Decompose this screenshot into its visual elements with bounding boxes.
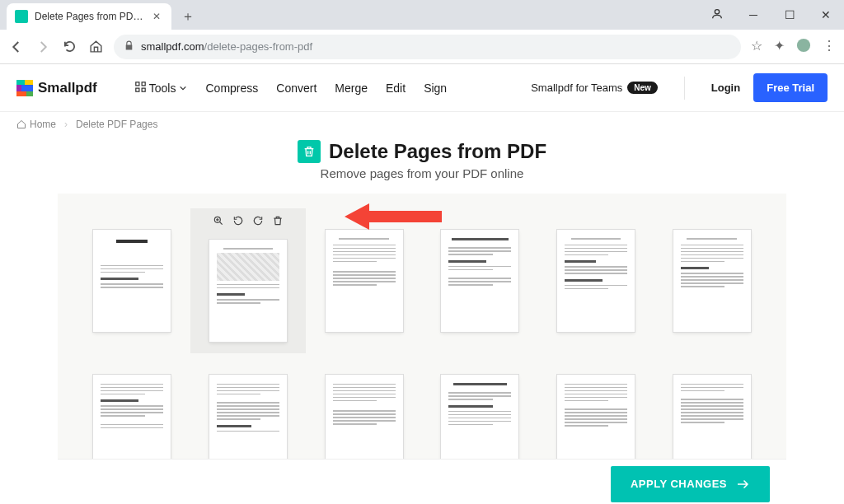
new-tab-button[interactable]: ＋ bbox=[176, 5, 199, 28]
menu-icon[interactable]: ⋮ bbox=[823, 38, 836, 56]
logo[interactable]: Smallpdf bbox=[16, 80, 97, 96]
lock-icon bbox=[124, 40, 134, 54]
chevron-down-icon bbox=[179, 82, 187, 95]
svg-rect-7 bbox=[16, 91, 26, 96]
nav-tools[interactable]: Tools bbox=[135, 82, 188, 95]
teams-label: Smallpdf for Teams bbox=[531, 82, 622, 94]
page-grid bbox=[74, 208, 770, 498]
tab-close-icon[interactable]: ✕ bbox=[150, 10, 163, 23]
trash-icon bbox=[298, 140, 321, 163]
rotate-right-icon[interactable] bbox=[252, 215, 264, 229]
breadcrumb-home[interactable]: Home bbox=[16, 119, 56, 130]
tab-bar: Delete Pages from PDF - Remov ✕ ＋ ─ ☐ ✕ bbox=[0, 0, 844, 30]
logo-text: Smallpdf bbox=[38, 80, 97, 96]
svg-rect-0 bbox=[15, 10, 28, 23]
star-icon[interactable]: ☆ bbox=[751, 38, 762, 56]
nav-convert[interactable]: Convert bbox=[276, 82, 316, 95]
title-section: Delete Pages from PDF Remove pages from … bbox=[0, 137, 844, 194]
svg-rect-4 bbox=[25, 80, 33, 85]
svg-point-2 bbox=[797, 38, 810, 51]
apply-bar: APPLY CHANGES bbox=[58, 459, 786, 504]
close-window-icon[interactable]: ✕ bbox=[814, 8, 837, 21]
svg-rect-12 bbox=[142, 88, 145, 91]
url-text: smallpdf.com/delete-pages-from-pdf bbox=[141, 40, 312, 53]
svg-rect-3 bbox=[16, 80, 25, 85]
page-thumbnail-3[interactable] bbox=[306, 208, 422, 353]
breadcrumb: Home › Delete PDF Pages bbox=[0, 112, 844, 137]
rotate-left-icon[interactable] bbox=[232, 215, 244, 229]
browser-tab[interactable]: Delete Pages from PDF - Remov ✕ bbox=[7, 3, 171, 30]
app-header: Smallpdf Tools Compress Convert Merge Ed… bbox=[0, 64, 844, 112]
zoom-icon[interactable] bbox=[213, 215, 224, 229]
svg-rect-10 bbox=[142, 82, 145, 85]
url-actions: ☆ ✦ ⋮ bbox=[751, 38, 836, 56]
nav-edit[interactable]: Edit bbox=[386, 82, 406, 95]
nav-merge[interactable]: Merge bbox=[335, 82, 368, 95]
breadcrumb-home-label: Home bbox=[30, 119, 56, 130]
logo-icon bbox=[16, 80, 33, 96]
nav-compress[interactable]: Compress bbox=[205, 82, 258, 95]
delete-page-icon[interactable] bbox=[272, 215, 284, 229]
arrow-right-icon bbox=[735, 477, 750, 492]
breadcrumb-current: Delete PDF Pages bbox=[76, 119, 157, 130]
new-badge: New bbox=[627, 82, 658, 94]
url-bar: smallpdf.com/delete-pages-from-pdf ☆ ✦ ⋮ bbox=[0, 30, 844, 64]
svg-point-1 bbox=[715, 9, 719, 13]
maximize-icon[interactable]: ☐ bbox=[778, 8, 801, 21]
svg-rect-5 bbox=[16, 85, 21, 91]
svg-rect-9 bbox=[136, 82, 139, 85]
page-subtitle: Remove pages from your PDF online bbox=[0, 166, 844, 180]
browser-chrome: Delete Pages from PDF - Remov ✕ ＋ ─ ☐ ✕ bbox=[0, 0, 844, 64]
tab-title: Delete Pages from PDF - Remov bbox=[35, 11, 143, 22]
page-title: Delete Pages from PDF bbox=[329, 140, 546, 163]
window-controls: ─ ☐ ✕ bbox=[706, 0, 837, 30]
reload-button[interactable] bbox=[61, 39, 77, 55]
home-button[interactable] bbox=[87, 39, 104, 55]
teams-link[interactable]: Smallpdf for Teams New bbox=[531, 82, 658, 94]
nav-group: Tools Compress Convert Merge Edit Sign bbox=[135, 82, 447, 95]
workspace: APPLY CHANGES bbox=[58, 194, 786, 504]
free-trial-button[interactable]: Free Trial bbox=[753, 73, 828, 102]
page-toolbar bbox=[213, 215, 284, 229]
profile-avatar-icon[interactable] bbox=[796, 38, 811, 56]
login-link[interactable]: Login bbox=[711, 82, 740, 94]
account-icon[interactable] bbox=[706, 7, 729, 23]
apply-changes-button[interactable]: APPLY CHANGES bbox=[611, 466, 770, 502]
page-thumbnail-1[interactable] bbox=[74, 208, 190, 353]
breadcrumb-separator: › bbox=[64, 119, 68, 130]
extensions-icon[interactable]: ✦ bbox=[774, 38, 785, 56]
url-field[interactable]: smallpdf.com/delete-pages-from-pdf bbox=[114, 35, 741, 59]
divider bbox=[684, 77, 685, 100]
nav-tools-label: Tools bbox=[149, 82, 176, 95]
svg-rect-8 bbox=[26, 91, 33, 96]
apply-label: APPLY CHANGES bbox=[631, 478, 727, 490]
page-thumbnail-4[interactable] bbox=[422, 208, 538, 353]
page-thumbnail-2[interactable] bbox=[190, 208, 307, 353]
nav-sign[interactable]: Sign bbox=[424, 82, 447, 95]
minimize-icon[interactable]: ─ bbox=[742, 8, 765, 21]
svg-rect-6 bbox=[21, 85, 33, 91]
page-thumbnail-6[interactable] bbox=[654, 208, 770, 353]
page-thumbnail-5[interactable] bbox=[538, 208, 654, 353]
back-button[interactable] bbox=[8, 39, 25, 55]
tab-favicon bbox=[15, 10, 28, 23]
grid-icon bbox=[135, 82, 146, 95]
svg-rect-11 bbox=[136, 88, 139, 91]
forward-button[interactable] bbox=[35, 39, 51, 55]
